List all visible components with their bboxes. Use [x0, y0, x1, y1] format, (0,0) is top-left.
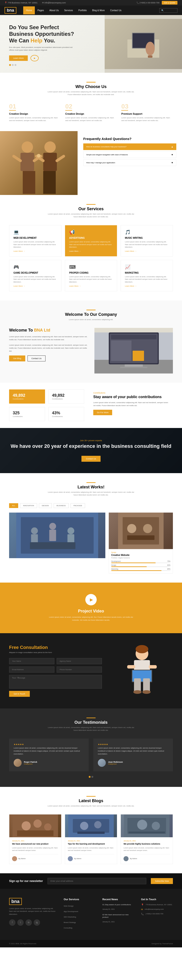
- stat-box-4: 43% Contributions: [49, 407, 84, 421]
- hero-primary-button[interactable]: Learn More: [9, 56, 28, 61]
- music-icon: 🎵: [125, 229, 169, 235]
- svg-rect-24: [145, 351, 157, 361]
- twitter-icon[interactable]: t: [17, 920, 24, 926]
- faq-chevron-1: ▲: [171, 145, 173, 148]
- service-game-link[interactable]: Learn More →: [13, 285, 57, 287]
- facebook-icon[interactable]: f: [9, 920, 16, 926]
- agency-input[interactable]: [57, 658, 102, 664]
- author-role-2: Chairperson: [108, 763, 123, 765]
- service-advertising-link[interactable]: Learn More →: [69, 250, 113, 252]
- nav-blog[interactable]: Blog & More: [89, 6, 108, 14]
- services-section: Our Services Lorem ipsum dolor sit amet,…: [0, 195, 182, 301]
- faq-image-side: [0, 131, 78, 195]
- blogs-title: Latest Blogs: [9, 799, 173, 803]
- top-bar: 📍 778 Business Avenue, NY 10001 ✉ info@b…: [0, 0, 182, 5]
- faq-item-1[interactable]: How do business consultants help your bu…: [83, 143, 176, 150]
- progress-label-2: Design 60%: [111, 564, 170, 566]
- nav-services[interactable]: Services: [62, 6, 76, 14]
- experience-cta-button[interactable]: Contact Us: [81, 456, 101, 462]
- testimonial-dot-1[interactable]: [89, 776, 90, 778]
- stat-box-3: 325 Contributors: [9, 407, 45, 421]
- tab-package[interactable]: PACKAGE: [71, 503, 85, 508]
- footer-service-5[interactable]: Consulting: [64, 927, 72, 929]
- nav-about[interactable]: About Us: [47, 6, 62, 14]
- testimonial-dot-2[interactable]: [92, 776, 93, 778]
- progress-bar-2: [111, 566, 170, 567]
- stats-cta-button[interactable]: Go For More: [93, 410, 112, 415]
- linkedin-icon[interactable]: in: [25, 920, 32, 926]
- email-input[interactable]: [9, 667, 54, 673]
- portfolio-tabs: ALL INNOVATION DESIGN BUSINESS PACKAGE: [9, 503, 173, 508]
- news-link-2[interactable]: 02 We have announced our new product: [102, 913, 134, 918]
- why-choose-title: Why Choose Us: [9, 84, 173, 89]
- hero-dot-1[interactable]: [9, 64, 11, 66]
- svg-rect-6: [21, 153, 34, 171]
- progress-fill-3: [111, 570, 161, 571]
- service-web-link[interactable]: Learn More →: [13, 250, 57, 252]
- search-input[interactable]: [159, 8, 177, 13]
- svg-point-9: [44, 142, 56, 153]
- hero-dot-2[interactable]: [12, 64, 14, 66]
- welcome-content: Welcome To BNA Ltd Lorem ipsum dolor sit…: [9, 328, 88, 361]
- svg-point-36: [127, 524, 136, 533]
- footer-phone: 📞 (+000) 4 00-0000-700: [141, 913, 173, 915]
- service-marketing-link[interactable]: Learn More →: [125, 285, 169, 287]
- footer-service-2[interactable]: App Development: [64, 910, 78, 913]
- testimonial-dots: [9, 776, 173, 778]
- web-icon: 💻: [13, 229, 57, 235]
- blog-author-3: By Admin: [123, 854, 170, 861]
- phone-input[interactable]: [57, 667, 102, 673]
- game-icon: 🎮: [13, 264, 57, 270]
- welcome-blog-btn[interactable]: Get Blog: [9, 355, 25, 361]
- footer-service-1[interactable]: Web Design: [64, 905, 73, 907]
- video-play-button[interactable]: ▶: [85, 594, 97, 605]
- svg-rect-30: [49, 530, 56, 541]
- footer-news-1: 01 Stay aware of your contributions Janu…: [102, 904, 134, 911]
- nav-links: Home Pages About Us Services Portfolio B…: [23, 6, 159, 14]
- newsletter-btn[interactable]: Subscribe Now: [151, 878, 173, 884]
- tab-design[interactable]: DESIGN: [39, 503, 52, 508]
- svg-rect-23: [133, 351, 144, 361]
- tab-innovation[interactable]: INNOVATION: [20, 503, 37, 508]
- name-input[interactable]: [9, 658, 54, 664]
- portfolio-accent: [87, 482, 95, 483]
- nav-contact[interactable]: Contact Us: [108, 6, 124, 14]
- nav-portfolio[interactable]: Portfolio: [76, 6, 90, 14]
- hero-play-button[interactable]: ▶: [30, 55, 39, 61]
- welcome-monitor-img: [94, 328, 173, 374]
- service-music-link[interactable]: Learn More →: [125, 250, 169, 252]
- svg-rect-47: [143, 678, 150, 692]
- testimonials-section: Our Testimonials Lorem ipsum dolor sit a…: [0, 708, 182, 787]
- tab-all[interactable]: ALL: [9, 503, 18, 508]
- hero-dot-3[interactable]: [14, 64, 16, 66]
- hero-buttons: Learn More ▶: [9, 55, 173, 61]
- faq-content-side: Frequently Asked Questions? How do busin…: [78, 131, 182, 195]
- faq-item-3[interactable]: How may I manage your application ▼: [83, 159, 176, 166]
- news-link-1[interactable]: 01 Stay aware of your contributions: [102, 904, 134, 906]
- nav-pages[interactable]: Pages: [35, 6, 47, 14]
- faq-item-2[interactable]: Simple and elegant navigation with ease …: [83, 151, 176, 158]
- video-title: Project Video: [9, 609, 173, 614]
- news-date-2: January 01, 2021: [102, 921, 115, 923]
- tab-business[interactable]: BUSINESS: [54, 503, 69, 508]
- message-textarea[interactable]: [9, 675, 102, 689]
- footer-service-4[interactable]: Brand Strategy: [64, 921, 76, 923]
- welcome-contact-btn[interactable]: Contact Us: [27, 355, 46, 361]
- services-accent: [87, 204, 95, 205]
- get-quote-button[interactable]: Get a Quote: [162, 1, 177, 5]
- instagram-icon[interactable]: ig: [34, 920, 40, 926]
- stats-right: Contributions Stay aware of your public …: [89, 390, 173, 421]
- top-bar-right: 📞 (+000) 4 00-0000-700 Get a Quote: [136, 1, 177, 5]
- portfolio-card: Design Creative Website Portfolio / Digi…: [109, 512, 173, 573]
- nav-home[interactable]: Home: [23, 6, 35, 14]
- svg-rect-15: [43, 171, 56, 194]
- email-info: ✉ info@bnacompany.com: [42, 2, 66, 4]
- welcome-main-subtitle: Lorem ipsum dolor sit amet, consectetur …: [46, 318, 136, 321]
- consultation-submit-btn[interactable]: Get In Touch: [9, 691, 30, 697]
- newsletter-input[interactable]: [47, 878, 147, 884]
- footer-service-3[interactable]: SEO Marketing: [64, 916, 76, 918]
- blog-img-2: [65, 815, 117, 837]
- service-coding-link[interactable]: Learn More →: [69, 285, 113, 287]
- blogs-accent: [87, 796, 95, 797]
- svg-point-27: [31, 527, 38, 534]
